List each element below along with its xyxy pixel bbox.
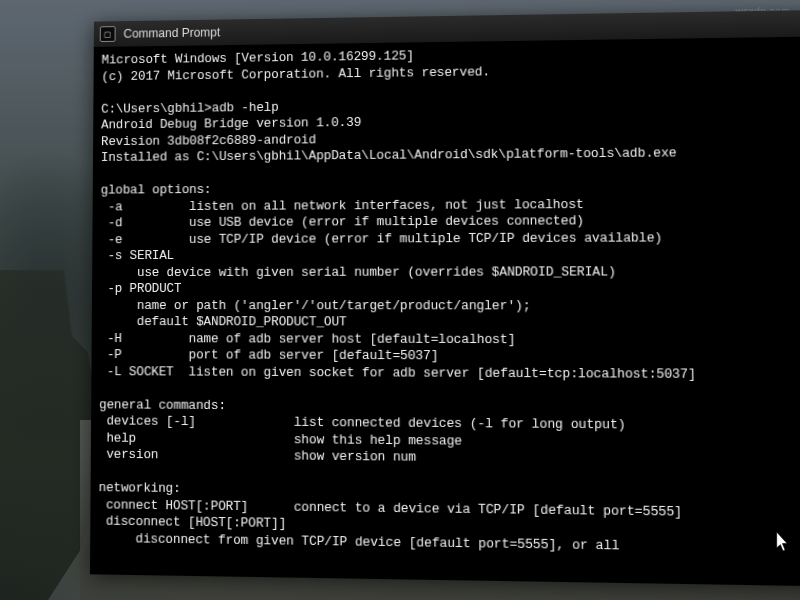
- line: devices [-l] list connected devices (-l …: [99, 414, 626, 432]
- line: Revision 3db08f2c6889-android: [101, 133, 316, 149]
- line: -e use TCP/IP device (error if multiple …: [100, 231, 662, 247]
- line: (c) 2017 Microsoft Corporation. All righ…: [101, 65, 490, 84]
- line: Microsoft Windows [Version 10.0.16299.12…: [102, 49, 414, 67]
- line: use device with given serial number (ove…: [100, 265, 616, 280]
- line: -p PRODUCT: [100, 282, 181, 296]
- window-title: Command Prompt: [123, 25, 220, 40]
- line: help show this help message: [99, 431, 462, 448]
- line: name or path ('angler'/'out/target/produ…: [100, 298, 531, 312]
- line: Installed as C:\Users\gbhil\AppData\Loca…: [101, 146, 677, 165]
- line: -L SOCKET listen on given socket for adb…: [99, 365, 696, 382]
- cmd-icon: ▢: [100, 26, 116, 42]
- line: -H name of adb server host [default=loca…: [100, 331, 516, 346]
- line: default $ANDROID_PRODUCT_OUT: [100, 315, 347, 329]
- line: -P port of adb server [default=5037]: [99, 348, 438, 363]
- cmd-icon-glyph: ▢: [104, 30, 112, 39]
- line: -a listen on all network interfaces, not…: [101, 197, 584, 214]
- terminal-output[interactable]: Microsoft Windows [Version 10.0.16299.12…: [90, 36, 800, 586]
- line: -d use USB device (error if multiple dev…: [100, 214, 584, 230]
- line: disconnect [HOST[:PORT]]: [98, 514, 286, 531]
- line: Android Debug Bridge version 1.0.39: [101, 116, 361, 132]
- line: version show version num: [99, 448, 416, 465]
- command-prompt-window[interactable]: ▢ Command Prompt Microsoft Windows [Vers…: [90, 10, 800, 586]
- section-header: global options:: [101, 183, 212, 198]
- line: -s SERIAL: [100, 249, 174, 263]
- section-header: networking:: [99, 481, 181, 496]
- line: disconnect from given TCP/IP device [def…: [98, 531, 619, 553]
- prompt-line: C:\Users\gbhil>adb -help: [101, 100, 278, 116]
- section-header: general commands:: [99, 398, 226, 413]
